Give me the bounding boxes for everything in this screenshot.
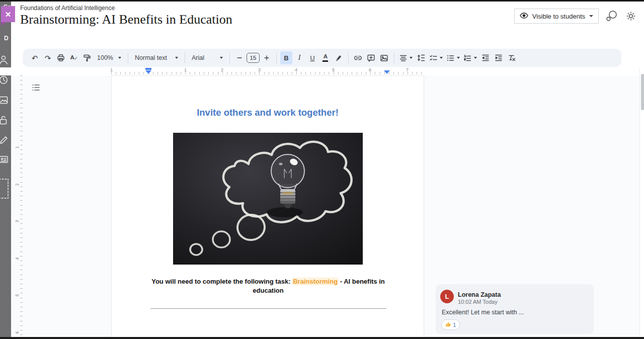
font-size-field[interactable]: 15 <box>247 53 260 63</box>
breadcrumb[interactable]: Foundations of Artificial Intelligence <box>20 5 115 12</box>
ruler-label: 2 <box>15 183 20 186</box>
ruler-label: 2 <box>221 67 223 72</box>
page-title: Brainstorming: AI Benefits in Education <box>20 12 232 27</box>
ruler-label: 6 <box>15 331 20 333</box>
right-indent-marker[interactable] <box>384 70 390 74</box>
chevron-down-icon <box>118 57 121 59</box>
ruler-label: 5 <box>332 67 335 72</box>
chevron-down-icon <box>175 57 178 59</box>
left-indent-marker[interactable] <box>145 70 151 74</box>
ruler-label: 3 <box>258 67 261 72</box>
chevron-down-icon <box>440 57 443 59</box>
course-sidebar: Co D <box>0 2 11 337</box>
formatting-toolbar: ↶ ↷ A✓ 100% Normal text Arial 15 <box>23 49 621 67</box>
chevron-down-icon <box>474 57 477 59</box>
horizontal-ruler[interactable]: 11234567 <box>0 67 639 75</box>
align-button[interactable] <box>398 51 414 64</box>
visibility-dropdown[interactable]: Visible to students <box>514 9 599 24</box>
ruler-label: 6 <box>369 67 371 72</box>
ruler-label: 5 <box>15 294 20 296</box>
header: Foundations of Artificial Intelligence B… <box>11 2 644 36</box>
horizontal-rule <box>150 308 386 309</box>
bold-button[interactable]: B <box>280 51 292 64</box>
close-panel-button[interactable]: ✕ <box>1 6 15 22</box>
ribbon-fold <box>1 22 7 26</box>
gear-icon[interactable] <box>625 10 637 22</box>
ruler-ticks <box>111 72 424 74</box>
insert-link-button[interactable] <box>352 51 364 64</box>
line-spacing-button[interactable] <box>415 51 427 64</box>
ruler-ticks <box>20 75 23 337</box>
document-heading[interactable]: Invite others and work together! <box>112 107 424 118</box>
print-button[interactable] <box>55 51 67 64</box>
document-page[interactable]: Invite others and work together! <box>111 75 424 337</box>
comment-author: Lorena Zapata <box>458 291 501 298</box>
clear-formatting-button[interactable] <box>506 51 518 64</box>
app-window: Co D ✕ Foundations of Artificial Intell <box>0 0 644 339</box>
text-color-button[interactable]: A <box>319 51 332 64</box>
chevron-down-icon <box>220 57 223 59</box>
spellcheck-button[interactable]: A✓ <box>68 51 80 64</box>
task-prefix: You will need to complete the following … <box>151 278 292 285</box>
chevron-down-icon <box>589 15 593 17</box>
ruler-label: 7 <box>406 67 409 72</box>
ruler-label: 4 <box>15 257 20 260</box>
ruler-label: 1 <box>184 67 187 72</box>
student-preview-icon[interactable] <box>606 10 618 22</box>
ruler-label: 3 <box>15 220 20 222</box>
font-select[interactable]: Arial <box>189 51 226 64</box>
document-outline-icon[interactable] <box>31 82 41 93</box>
person-icon[interactable] <box>0 54 10 66</box>
id-card-icon[interactable] <box>0 153 10 165</box>
comment-body: Excellent! Let me start with ... <box>442 309 524 316</box>
redo-button[interactable]: ↷ <box>42 51 54 64</box>
decrease-font-button[interactable] <box>233 51 246 64</box>
reaction-pill[interactable]: 1 <box>441 319 460 330</box>
avatar: L <box>440 290 454 303</box>
visibility-label: Visible to students <box>532 13 585 20</box>
doc-label: D <box>4 35 9 42</box>
reaction-count: 1 <box>453 322 456 328</box>
eye-icon <box>520 13 528 20</box>
ruler-label: 4 <box>295 67 297 72</box>
unlock-icon[interactable] <box>0 114 10 126</box>
highlight-color-button[interactable] <box>333 51 345 64</box>
numbered-list-button[interactable] <box>462 51 478 64</box>
chevron-down-icon <box>410 57 413 59</box>
scrollbar-thumb[interactable] <box>641 74 644 110</box>
insert-image-button[interactable] <box>378 51 390 64</box>
close-icon: ✕ <box>5 11 12 18</box>
scrollbar-track[interactable] <box>639 67 644 337</box>
comment-timestamp: 10:02 AM Today <box>458 299 498 305</box>
underline-button[interactable]: U <box>306 51 318 64</box>
vertical-ruler[interactable]: 123456 <box>17 75 23 337</box>
paragraph-style-select[interactable]: Normal text <box>132 51 181 64</box>
chevron-down-icon <box>457 57 460 59</box>
zoom-select[interactable]: 100% <box>94 51 124 64</box>
task-paragraph[interactable]: You will need to complete the following … <box>147 277 389 295</box>
checklist-button[interactable] <box>428 51 444 64</box>
lightbulb-chalkboard-image[interactable] <box>173 133 363 265</box>
increase-indent-button[interactable] <box>493 51 505 64</box>
decrease-indent-button[interactable] <box>479 51 492 64</box>
ruler-label: 1 <box>15 146 20 148</box>
undo-button[interactable]: ↶ <box>29 51 41 64</box>
comment-card[interactable]: L Lorena Zapata 10:02 AM Today Excellent… <box>436 284 594 334</box>
first-line-indent-marker[interactable] <box>145 68 151 70</box>
image-icon[interactable] <box>0 94 10 106</box>
thumbs-up-icon <box>445 320 451 329</box>
paint-format-button[interactable] <box>81 51 93 64</box>
pencil-icon[interactable] <box>0 134 10 146</box>
dashed-selection-icon[interactable] <box>0 178 10 200</box>
bulleted-list-button[interactable] <box>445 51 461 64</box>
add-comment-button[interactable] <box>365 51 377 64</box>
italic-button[interactable]: I <box>293 51 305 64</box>
clock-icon[interactable] <box>0 74 10 86</box>
increase-font-button[interactable] <box>261 51 273 64</box>
task-highlight[interactable]: Brainstorming <box>292 278 338 285</box>
ruler-label: 1 <box>110 67 113 72</box>
